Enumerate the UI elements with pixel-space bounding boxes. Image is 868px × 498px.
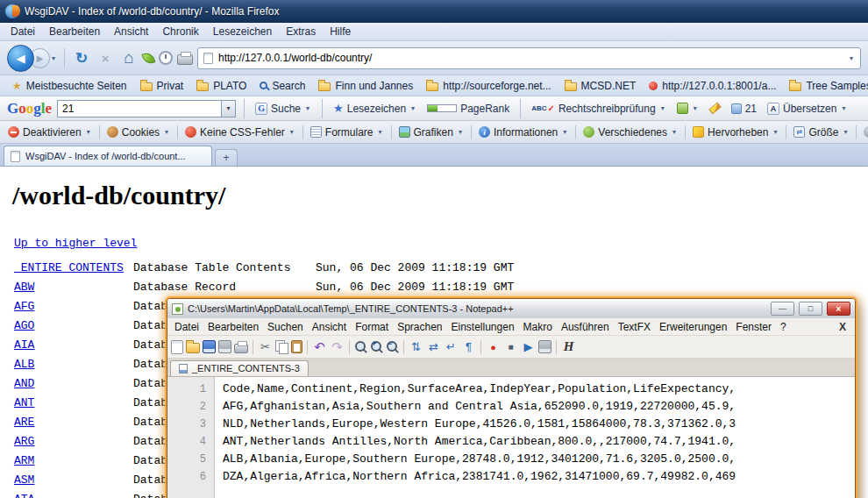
npp-menu-textfx[interactable]: TextFX xyxy=(614,319,655,335)
entry-link[interactable]: ABW xyxy=(14,281,133,294)
bookmark-mcsd[interactable]: MCSD.NET xyxy=(559,78,642,94)
url-text[interactable]: http://127.0.0.1/world-db/country/ xyxy=(218,52,843,64)
npp-menu-einstellungen[interactable]: Einstellungen xyxy=(447,319,519,335)
npp-menu-datei[interactable]: Datei xyxy=(170,319,203,335)
entry-link[interactable]: AGO xyxy=(14,319,133,332)
code-text[interactable]: Code,Name,Continent,Region,SurfaceArea,I… xyxy=(215,377,855,498)
npp-menu-ansicht[interactable]: Ansicht xyxy=(308,319,351,335)
menu-extras[interactable]: Extras xyxy=(279,24,323,39)
bookmark-most-visited[interactable]: ★Meistbesuchte Seiten xyxy=(7,78,132,94)
new-file-icon[interactable] xyxy=(171,340,183,354)
url-bar[interactable]: http://127.0.0.1/world-db/country/ ▾ xyxy=(197,47,861,69)
bookmark-localhost-8001[interactable]: http://127.0.0.1:8001/a... xyxy=(644,78,781,94)
bookmark-sourceforge[interactable]: http://sourceforge.net... xyxy=(421,78,556,94)
save-macro-icon[interactable] xyxy=(538,340,551,353)
entry-link[interactable]: ASM xyxy=(14,473,133,487)
save-all-icon[interactable] xyxy=(218,340,231,353)
webdev-resize[interactable]: ⇄Größe▾ xyxy=(789,125,853,140)
popup-blocker-counter[interactable]: 21 xyxy=(729,101,759,117)
menu-chronik[interactable]: Chronik xyxy=(155,24,205,39)
cut-icon[interactable]: ✂ xyxy=(258,339,273,354)
webdev-tools[interactable]: Extras▾ xyxy=(859,125,868,140)
redo-icon[interactable]: ↷ xyxy=(330,339,345,354)
bookmark-tree-samples[interactable]: Tree Samples xyxy=(784,78,868,94)
npp-menu-erweiterungen[interactable]: Erweiterungen xyxy=(655,319,731,335)
record-macro-icon[interactable]: ● xyxy=(486,339,501,354)
stop-button[interactable]: × xyxy=(96,47,115,68)
bookmark-finn-und-jannes[interactable]: Finn und Jannes xyxy=(313,78,418,94)
entry-link[interactable]: AIA xyxy=(14,338,133,352)
zoom-in-icon[interactable]: + xyxy=(370,340,383,353)
menu-datei[interactable]: Datei xyxy=(4,24,42,39)
menu-ansicht[interactable]: Ansicht xyxy=(107,24,155,39)
translate-button[interactable]: AÜbersetzen▾ xyxy=(765,101,850,117)
menu-lesezeichen[interactable]: Lesezeichen xyxy=(206,24,279,39)
npp-menu-makro[interactable]: Makro xyxy=(519,319,557,335)
reload-button[interactable]: ↻ xyxy=(72,47,91,68)
npp-menu-bearbeiten[interactable]: Bearbeiten xyxy=(203,319,263,335)
clock-icon[interactable] xyxy=(159,51,173,65)
npp-menu-close[interactable]: X xyxy=(833,321,852,333)
new-tab-button[interactable]: + xyxy=(215,149,238,166)
autofill-button[interactable]: ▾ xyxy=(674,101,701,116)
firefox-titlebar[interactable]: WsgiDAV - Index of /world-db/country/ - … xyxy=(0,0,868,23)
webdev-cookies[interactable]: Cookies▾ xyxy=(103,125,174,140)
copy-icon[interactable] xyxy=(275,340,288,353)
menu-bearbeiten[interactable]: Bearbeiten xyxy=(42,24,107,39)
webdev-images[interactable]: Grafiken▾ xyxy=(395,125,468,140)
sync-scroll-vertical-icon[interactable]: ⇅ xyxy=(409,339,423,354)
npp-menu-ausfuehren[interactable]: Ausführen xyxy=(557,319,614,335)
undo-icon[interactable]: ↶ xyxy=(312,339,327,354)
entry-link[interactable]: AND xyxy=(14,377,133,390)
back-button[interactable]: ◀ xyxy=(7,45,34,72)
npp-menu-fenster[interactable]: Fenster xyxy=(731,319,776,335)
webdev-information[interactable]: iInformationen▾ xyxy=(474,125,573,140)
entry-link[interactable]: ALB xyxy=(14,358,133,371)
menu-hilfe[interactable]: Hilfe xyxy=(323,24,358,39)
entry-link[interactable]: _ENTIRE_CONTENTS xyxy=(14,261,133,274)
show-all-characters-icon[interactable]: ¶ xyxy=(461,339,476,354)
google-search-dropdown[interactable]: ▾ xyxy=(222,100,236,117)
bookmark-privat[interactable]: Privat xyxy=(135,78,189,94)
close-button[interactable]: × xyxy=(827,302,850,316)
up-link[interactable]: Up to higher level xyxy=(14,237,137,250)
entry-link[interactable]: ARE xyxy=(14,416,133,429)
sync-scroll-horizontal-icon[interactable]: ⇄ xyxy=(426,339,441,354)
paste-icon[interactable] xyxy=(291,340,302,353)
highlighter-button[interactable] xyxy=(707,101,723,116)
find-icon[interactable] xyxy=(354,340,367,353)
bookmark-search[interactable]: Search xyxy=(254,78,310,94)
bookmark-plato[interactable]: PLATO xyxy=(191,78,252,94)
pagerank-widget[interactable]: PageRank xyxy=(424,101,512,117)
entry-link[interactable]: ARM xyxy=(14,454,133,467)
print-icon[interactable] xyxy=(234,344,248,353)
leaf-icon[interactable] xyxy=(142,51,156,65)
npp-menu-help[interactable]: ? xyxy=(776,319,791,335)
notepadpp-editor[interactable]: 1 2 3 4 5 6 Code,Name,Continent,Region,S… xyxy=(167,377,855,498)
webdev-disable[interactable]: Deaktivieren▾ xyxy=(4,125,96,140)
url-dropdown[interactable]: ▾ xyxy=(848,54,855,62)
zoom-out-icon[interactable]: − xyxy=(386,340,399,353)
entry-link[interactable]: AFG xyxy=(14,300,133,313)
stop-macro-icon[interactable]: ■ xyxy=(503,339,518,354)
npp-menu-suchen[interactable]: Suchen xyxy=(263,319,308,335)
tab-wsgidav[interactable]: WsgiDAV - Index of /world-db/count... xyxy=(4,146,212,166)
google-bookmarks-button[interactable]: ★Lesezeichen▾ xyxy=(331,100,419,117)
google-search-input[interactable]: 21 xyxy=(57,100,222,117)
webdev-miscellaneous[interactable]: Verschiedenes▾ xyxy=(579,125,682,140)
notepadpp-titlebar[interactable]: C:\Users\Martin\AppData\Local\Temp\_ENTI… xyxy=(167,299,855,318)
entry-link[interactable]: ANT xyxy=(14,396,133,409)
spellcheck-button[interactable]: ABC✓Rechtschreibprüfung▾ xyxy=(529,101,668,117)
npp-menu-sprachen[interactable]: Sprachen xyxy=(393,319,446,335)
print-button[interactable] xyxy=(177,54,193,65)
webdev-forms[interactable]: Formulare▾ xyxy=(306,125,388,140)
entry-link[interactable]: ARG xyxy=(14,435,133,448)
history-dropdown[interactable]: ▾ xyxy=(50,54,57,62)
entry-link[interactable]: ATA xyxy=(14,493,133,498)
play-macro-icon[interactable]: ▶ xyxy=(521,339,536,354)
home-button[interactable]: ⌂ xyxy=(119,47,139,68)
open-file-icon[interactable] xyxy=(186,343,200,353)
html-preview-icon[interactable]: H xyxy=(561,339,576,354)
maximize-button[interactable]: □ xyxy=(799,302,822,316)
webdev-css-errors[interactable]: Keine CSS-Fehler▾ xyxy=(181,125,300,140)
